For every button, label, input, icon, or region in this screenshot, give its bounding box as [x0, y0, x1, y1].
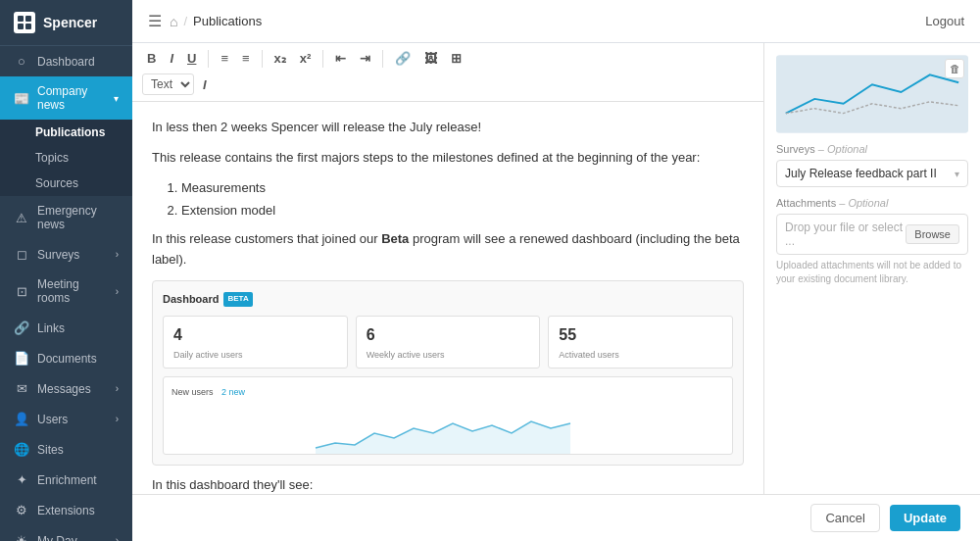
sidebar-item-label: Enrichment: [37, 473, 97, 487]
chevron-right-icon: ›: [116, 249, 119, 260]
svg-rect-0: [18, 16, 24, 22]
enrichment-icon: ✦: [14, 472, 29, 487]
toolbar-separator: [262, 50, 263, 68]
toolbar-separator: [208, 50, 209, 68]
meeting-rooms-icon: ⊡: [14, 284, 29, 299]
sidebar-item-label: Extensions: [37, 504, 95, 517]
messages-icon: ✉: [14, 381, 29, 396]
stat-1-number: 4: [173, 322, 337, 348]
editor-paragraph-2: This release contains the first majors s…: [152, 148, 744, 169]
editor-toolbar: B I U ≡ ≡ x₂ x² ⇤ ⇥ 🔗 🖼 ⊞: [132, 43, 763, 102]
update-button[interactable]: Update: [890, 505, 960, 531]
dashboard-mockup: Dashboard BETA 4 Daily active users 6 We…: [152, 280, 744, 467]
toolbar-row-1: B I U ≡ ≡ x₂ x² ⇤ ⇥ 🔗 🖼 ⊞: [142, 49, 754, 68]
ordered-list-button[interactable]: ≡: [216, 49, 233, 68]
sidebar-item-users[interactable]: 👤 Users ›: [0, 404, 132, 434]
attach-note: Uploaded attachments will not be added t…: [776, 259, 968, 286]
sidebar-item-extensions[interactable]: ⚙ Extensions: [0, 495, 132, 525]
breadcrumb-separator: /: [183, 14, 187, 28]
delete-image-button[interactable]: 🗑: [945, 59, 964, 78]
svg-rect-3: [25, 24, 31, 29]
topbar: ☰ ⌂ / Publications Logout: [132, 0, 980, 43]
topbar-right: Logout: [925, 14, 964, 28]
bold-button[interactable]: B: [142, 49, 161, 68]
image-button[interactable]: 🖼: [419, 49, 442, 68]
toolbar-separator: [382, 50, 383, 68]
browse-button[interactable]: Browse: [906, 224, 959, 244]
sidebar-item-label: Surveys: [37, 248, 79, 262]
sidebar: Spencer ○ Dashboard 📰 Company news ▾ Pub…: [0, 0, 132, 541]
dashboard-title: Dashboard BETA: [163, 291, 733, 309]
stat-daily: 4 Daily active users: [163, 316, 348, 369]
editor-panel: B I U ≡ ≡ x₂ x² ⇤ ⇥ 🔗 🖼 ⊞: [132, 43, 764, 494]
unordered-list-button[interactable]: ≡: [237, 49, 255, 68]
topbar-left: ☰ ⌂ / Publications: [148, 12, 925, 30]
file-drop-placeholder: Drop your file or select ...: [785, 221, 906, 248]
italic-format-button[interactable]: I: [198, 75, 212, 94]
extensions-icon: ⚙: [14, 503, 29, 517]
documents-icon: 📄: [14, 351, 29, 366]
chevron-right-icon: ›: [116, 286, 119, 297]
table-button[interactable]: ⊞: [446, 49, 466, 68]
chart-svg: [172, 404, 724, 456]
sidebar-item-label: Dashboard: [37, 55, 95, 69]
format-select[interactable]: Text: [142, 74, 194, 95]
sidebar-item-label: Sites: [37, 443, 64, 457]
svg-rect-2: [18, 24, 24, 29]
dashboard-stats: 4 Daily active users 6 Weekly active use…: [163, 316, 733, 369]
sidebar-item-label: Messages: [37, 382, 91, 396]
link-button[interactable]: 🔗: [390, 49, 416, 68]
editor-paragraph-1: In less then 2 weeks Spencer will releas…: [152, 118, 744, 138]
stat-activated: 55 Activated users: [548, 316, 733, 369]
sidebar-item-publications[interactable]: Publications: [0, 120, 132, 145]
sidebar-item-links[interactable]: 🔗 Links: [0, 313, 132, 343]
align-right-button[interactable]: ⇥: [355, 49, 375, 68]
sidebar-item-meeting-rooms[interactable]: ⊡ Meeting rooms ›: [0, 270, 132, 313]
survey-selected-value: July Release feedback part II: [785, 167, 937, 180]
svg-rect-4: [776, 56, 968, 132]
sidebar-item-label: Users: [37, 413, 68, 426]
sidebar-subnav: Publications Topics Sources: [0, 120, 132, 196]
cancel-button[interactable]: Cancel: [810, 504, 879, 532]
home-icon[interactable]: ⌂: [170, 14, 177, 29]
content-area: B I U ≡ ≡ x₂ x² ⇤ ⇥ 🔗 🖼 ⊞: [132, 43, 980, 494]
sidebar-item-emergency-news[interactable]: ⚠ Emergency news: [0, 196, 132, 239]
align-left-button[interactable]: ⇤: [330, 49, 351, 68]
sidebar-item-dashboard[interactable]: ○ Dashboard: [0, 46, 132, 76]
chevron-down-icon: ▾: [955, 169, 959, 179]
sidebar-item-surveys[interactable]: ◻ Surveys ›: [0, 239, 132, 270]
stat-1-label: Daily active users: [173, 348, 337, 362]
survey-select[interactable]: July Release feedback part II ▾: [776, 160, 968, 187]
subscript-button[interactable]: x₂: [270, 49, 291, 68]
preview-chart-svg: [776, 55, 968, 133]
italic-button[interactable]: I: [165, 49, 178, 68]
logout-button[interactable]: Logout: [925, 14, 964, 28]
sidebar-item-label: Documents: [37, 352, 97, 366]
sidebar-item-sites[interactable]: 🌐 Sites: [0, 434, 132, 465]
sidebar-item-documents[interactable]: 📄 Documents: [0, 343, 132, 373]
sidebar-item-messages[interactable]: ✉ Messages ›: [0, 373, 132, 404]
underline-button[interactable]: U: [182, 49, 201, 68]
sidebar-item-my-day[interactable]: ☀ My Day ›: [0, 525, 132, 541]
stat-2-number: 6: [367, 322, 530, 348]
attachments-optional-label: – Optional: [839, 197, 888, 209]
app-logo: Spencer: [0, 0, 132, 46]
dashboard-chart: New users 2 new: [163, 376, 733, 455]
attachments-field-label: Attachments – Optional: [776, 197, 968, 209]
sidebar-item-company-news[interactable]: 📰 Company news ▾: [0, 76, 132, 120]
sidebar-item-sources[interactable]: Sources: [0, 171, 132, 196]
dashboard-icon: ○: [14, 54, 29, 69]
surveys-icon: ◻: [14, 247, 29, 262]
chart-subtitle: 2 new: [221, 387, 245, 397]
links-icon: 🔗: [14, 320, 29, 335]
toolbar-separator: [322, 50, 323, 68]
superscript-button[interactable]: x²: [295, 49, 317, 68]
hamburger-menu-icon[interactable]: ☰: [148, 12, 162, 30]
chevron-down-icon: ▾: [114, 93, 119, 104]
editor-paragraph-3: In this release customers that joined ou…: [152, 229, 744, 270]
sidebar-item-topics[interactable]: Topics: [0, 145, 132, 171]
file-drop-zone[interactable]: Drop your file or select ... Browse: [776, 214, 968, 255]
editor-body[interactable]: In less then 2 weeks Spencer will releas…: [132, 102, 763, 494]
surveys-optional-label: – Optional: [818, 143, 867, 155]
sidebar-item-enrichment[interactable]: ✦ Enrichment: [0, 465, 132, 495]
